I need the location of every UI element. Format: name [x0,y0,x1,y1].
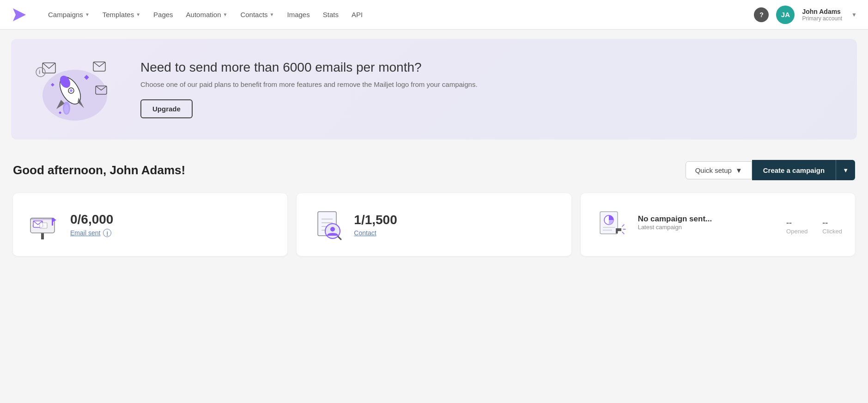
logo[interactable] [11,6,28,23]
svg-point-12 [64,104,69,114]
mailbox-icon [26,208,59,241]
chevron-down-icon: ▼ [270,12,274,17]
campaign-metrics: -- Opened -- Clicked [786,218,842,235]
svg-text:◆: ◆ [59,110,62,115]
user-role: Primary account [802,15,842,22]
chevron-down-icon: ▼ [735,166,742,174]
quick-setup-button[interactable]: Quick setup ▼ [686,161,752,179]
email-sent-card: 0/6,000 Email sent i [13,193,287,256]
action-buttons: Quick setup ▼ Create a campaign ▼ [686,160,855,180]
upgrade-button[interactable]: Upgrade [140,99,193,118]
clicked-metric: -- Clicked [822,218,842,235]
contacts-value: 1/1,500 [354,213,397,227]
main-content: Good afternoon, John Adams! Quick setup … [0,149,868,267]
nav-contacts[interactable]: Contacts ▼ [235,7,279,22]
header: Campaigns ▼ Templates ▼ Pages Automation… [0,0,868,30]
help-button[interactable]: ? [754,7,769,22]
opened-label: Opened [786,228,807,235]
upgrade-banner: ◆ ◆ ◆ i Need to send more than 6000 emai… [11,39,857,140]
nav-pages[interactable]: Pages [148,7,179,22]
campaign-title: No campaign sent... [638,214,712,224]
svg-point-31 [330,227,335,232]
svg-line-40 [622,232,624,234]
header-right: ? JA John Adams Primary account ▼ [754,6,857,24]
svg-text:i: i [39,69,40,75]
banner-description: Choose one of our paid plans to benefit … [140,80,835,88]
greeting-text: Good afternoon, John Adams! [13,163,185,177]
svg-rect-23 [52,218,53,226]
create-campaign-button-group: Create a campaign ▼ [752,160,855,180]
opened-value: -- [786,218,792,228]
contacts-label[interactable]: Contact [354,229,397,237]
avatar[interactable]: JA [776,6,795,24]
nav-automation[interactable]: Automation ▼ [181,7,233,22]
create-campaign-dropdown-button[interactable]: ▼ [836,160,855,180]
nav-stats[interactable]: Stats [317,7,344,22]
info-icon[interactable]: i [103,229,111,237]
banner-illustration: ◆ ◆ ◆ i [33,54,126,125]
email-sent-info: 0/6,000 Email sent i [70,212,113,237]
svg-rect-22 [40,223,47,228]
nav-api[interactable]: API [346,7,368,22]
nav-templates[interactable]: Templates ▼ [97,7,146,22]
svg-point-16 [36,67,45,77]
opened-metric: -- Opened [786,218,807,235]
svg-point-8 [70,89,73,92]
banner-content: Need to send more than 6000 emails per m… [140,60,835,118]
contacts-card: 1/1,500 Contact [297,193,571,256]
clicked-label: Clicked [822,228,842,235]
user-info: John Adams Primary account [802,8,842,22]
user-dropdown-arrow[interactable]: ▼ [851,12,857,18]
email-sent-label[interactable]: Email sent i [70,229,113,237]
svg-marker-0 [13,8,26,21]
nav-campaigns[interactable]: Campaigns ▼ [42,7,95,22]
chevron-down-icon: ▼ [85,12,90,17]
chevron-down-icon: ▼ [223,12,228,17]
email-sent-value: 0/6,000 [70,212,113,227]
create-campaign-main-button[interactable]: Create a campaign [752,160,836,180]
quick-setup-label: Quick setup [695,166,732,174]
nav-images[interactable]: Images [282,7,316,22]
user-name: John Adams [802,8,842,15]
svg-rect-37 [618,228,619,231]
svg-text:◆: ◆ [51,82,55,87]
stats-row: 0/6,000 Email sent i [13,193,855,256]
banner-title: Need to send more than 6000 emails per m… [140,60,835,75]
campaign-icon [594,208,627,241]
contacts-info: 1/1,500 Contact [354,213,397,237]
clicked-value: -- [822,218,828,228]
svg-line-38 [622,225,624,226]
main-nav: Campaigns ▼ Templates ▼ Pages Automation… [42,7,754,22]
contacts-icon [310,208,343,241]
chevron-down-icon: ▼ [136,12,140,17]
svg-text:◆: ◆ [84,73,89,80]
greeting-row: Good afternoon, John Adams! Quick setup … [13,160,855,180]
latest-campaign-card: No campaign sent... Latest campaign -- O… [581,193,855,256]
campaign-subtitle: Latest campaign [638,224,712,231]
svg-line-32 [338,237,341,239]
campaign-stats-info: No campaign sent... Latest campaign -- O… [638,214,842,235]
